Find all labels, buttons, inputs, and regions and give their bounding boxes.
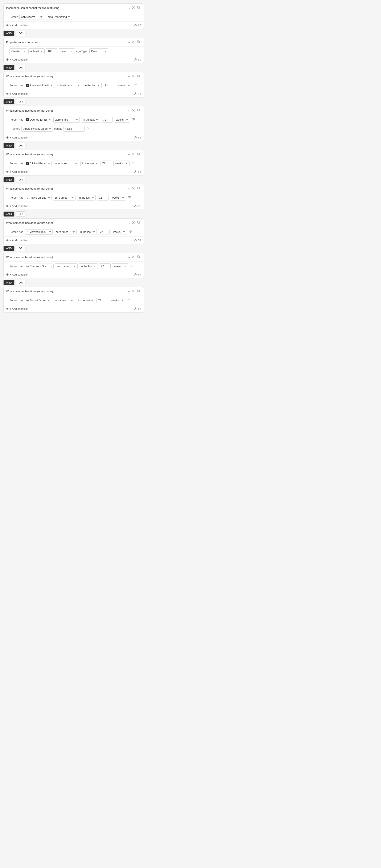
or-btn-3[interactable]: OR [16, 99, 25, 104]
and-btn-7[interactable]: AND [3, 246, 14, 251]
delete-block-block-viewed-product[interactable] [131, 221, 136, 225]
copy-block-block-checkout[interactable] [137, 255, 141, 259]
activity-unit-checkout-select[interactable]: weeksdaysmonths [112, 264, 128, 269]
delete-block-block-received-email[interactable] [131, 74, 136, 79]
and-btn-5[interactable]: AND [3, 177, 14, 182]
person-marketing-type-select[interactable]: email marketingsms marketing [46, 14, 72, 20]
and-btn-8[interactable]: AND [3, 280, 14, 285]
activity-freq-clicked-select[interactable]: zero timesat least oncemore than once [53, 161, 79, 166]
or-btn-7[interactable]: OR [16, 246, 25, 251]
and-btn-4[interactable]: AND [3, 143, 14, 148]
delete-block-block-placed-order[interactable] [131, 289, 136, 293]
filter-order[interactable] [126, 298, 131, 303]
chevron-icon-block-clicked-email[interactable] [128, 153, 130, 156]
add-condition-btn-block-active-site[interactable]: ⊕ + Add condition [6, 204, 28, 208]
activity-freq-opened-select[interactable]: zero timesat least oncemore than once [53, 117, 80, 123]
where-field-opened-select[interactable]: Apple Privacy Open [22, 126, 53, 131]
activity-event-checkout-container[interactable]: 🛍Checkout Sta... [25, 264, 54, 269]
add-condition-btn-block-checkout[interactable]: ⊕ + Add condition [6, 273, 28, 276]
add-condition-btn-block-marketing[interactable]: ⊕ + Add condition [6, 23, 28, 27]
activity-num-order[interactable] [96, 298, 108, 303]
add-condition-btn-block-viewed-product[interactable]: ⊕ + Add condition [6, 238, 28, 242]
filter-checkout[interactable] [129, 264, 134, 269]
copy-block-block-placed-order[interactable] [137, 289, 141, 293]
activity-unit-received-select[interactable]: weeksdaysmonths [116, 83, 132, 88]
and-btn-6[interactable]: AND [3, 211, 14, 217]
copy-block-block-properties[interactable] [137, 40, 141, 44]
copy-block-block-viewed-product[interactable] [137, 221, 141, 225]
chevron-icon-block-placed-order[interactable] [128, 290, 130, 293]
add-condition-btn-block-opened-email[interactable]: ⊕ + Add condition [6, 135, 28, 140]
prop-type-select[interactable]: DateDateTime [89, 48, 108, 54]
delete-block-block-clicked-email[interactable] [131, 152, 136, 157]
activity-event-active-container[interactable]: ⊙Active on Site [25, 195, 52, 200]
add-condition-btn-block-received-email[interactable]: ⊕ + Add condition [6, 92, 28, 96]
prop-field-select[interactable]: CreatedUpdated [9, 48, 27, 54]
delete-block-block-marketing[interactable] [131, 6, 136, 10]
or-btn-4[interactable]: OR [16, 143, 25, 148]
and-btn-2[interactable]: AND [3, 65, 14, 70]
add-condition-btn-block-clicked-email[interactable]: ⊕ + Add condition [6, 170, 28, 174]
activity-num-clicked[interactable] [100, 161, 112, 166]
activity-num-checkout[interactable] [99, 264, 111, 269]
activity-unit-clicked-select[interactable]: weeksdaysmonths [113, 161, 129, 166]
and-btn-3[interactable]: AND [3, 99, 14, 104]
chevron-icon-block-marketing[interactable] [128, 6, 130, 9]
or-btn-8[interactable]: OR [16, 280, 25, 285]
copy-block-block-opened-email[interactable] [137, 108, 141, 113]
activity-time-opened-select[interactable]: in the lastbeforeafter [81, 117, 100, 123]
activity-unit-active-select[interactable]: weeksdaysmonths [110, 195, 126, 200]
filter-active[interactable] [127, 195, 132, 200]
copy-block-block-received-email[interactable] [137, 74, 141, 79]
prop-value[interactable] [46, 48, 57, 54]
activity-event-viewed-container[interactable]: ⊙Viewed Prod... [25, 229, 53, 235]
activity-freq-received-select[interactable]: at least oncezero timesmore than once [55, 83, 81, 88]
delete-block-block-checkout[interactable] [131, 255, 136, 259]
equals-value-opened[interactable] [63, 126, 85, 131]
activity-unit-order-select[interactable]: weeksdaysmonths [109, 298, 125, 303]
chevron-icon-block-properties[interactable] [128, 40, 130, 44]
activity-time-received-select[interactable]: in the lastbeforeafter [83, 83, 101, 88]
person-marketing-can-select[interactable]: can receivecannot receive [19, 14, 45, 20]
filter-received[interactable] [133, 83, 138, 88]
activity-time-checkout-select[interactable]: in the lastbeforeafter [79, 264, 98, 269]
add-condition-btn-block-placed-order[interactable]: ⊕ + Add condition [6, 307, 28, 311]
or-btn-2[interactable]: OR [16, 65, 25, 70]
activity-time-order-select[interactable]: in the lastbeforeafter [76, 298, 95, 303]
activity-time-clicked-select[interactable]: in the lastbeforeafter [80, 161, 99, 166]
or-btn-5[interactable]: OR [16, 177, 25, 182]
or-btn-1[interactable]: OR [16, 31, 25, 36]
copy-block-block-marketing[interactable] [137, 6, 141, 10]
activity-freq-checkout-select[interactable]: zero timesat least once [55, 264, 78, 269]
activity-num-viewed[interactable] [98, 229, 110, 235]
chevron-icon-block-checkout[interactable] [128, 255, 130, 259]
and-btn-1[interactable]: AND [3, 31, 14, 36]
chevron-icon-block-opened-email[interactable] [128, 109, 130, 112]
activity-freq-active-select[interactable]: zero timesat least once [53, 195, 76, 200]
copy-block-block-clicked-email[interactable] [137, 152, 141, 157]
activity-unit-viewed-select[interactable]: weeksdaysmonths [111, 229, 127, 235]
activity-num-received[interactable] [103, 83, 114, 88]
delete-block-block-properties[interactable] [131, 40, 136, 44]
activity-freq-viewed-select[interactable]: zero timesat least once [54, 229, 77, 235]
chevron-icon-block-active-site[interactable] [128, 187, 130, 190]
activity-freq-order-select[interactable]: zero timesat least once [52, 298, 75, 303]
activity-num-active[interactable] [97, 195, 109, 200]
activity-event-order-container[interactable]: 🛍Placed Order [25, 298, 51, 303]
activity-event-received-container[interactable]: ✉Received Email [25, 83, 54, 88]
activity-num-opened[interactable] [101, 117, 113, 123]
chevron-icon-block-received-email[interactable] [128, 75, 130, 78]
filter-opened[interactable] [131, 118, 136, 122]
activity-event-opened-container[interactable]: ✉Opened Email [25, 117, 52, 122]
activity-event-clicked-container[interactable]: ✉Clicked Email [25, 161, 52, 166]
filter-viewed[interactable] [128, 230, 133, 234]
delete-block-block-opened-email[interactable] [131, 108, 136, 113]
prop-operator-select[interactable]: at leastat mostexactly [28, 48, 45, 54]
activity-time-viewed-select[interactable]: in the lastbeforeafter [78, 229, 97, 235]
delete-where-opened[interactable] [86, 126, 90, 131]
activity-unit-opened-select[interactable]: weeksdaysmonths [114, 117, 130, 123]
prop-unit-select[interactable]: daysweeksmonths [59, 48, 75, 54]
filter-clicked[interactable] [131, 161, 136, 165]
or-btn-6[interactable]: OR [16, 211, 25, 217]
copy-block-block-active-site[interactable] [137, 186, 141, 191]
